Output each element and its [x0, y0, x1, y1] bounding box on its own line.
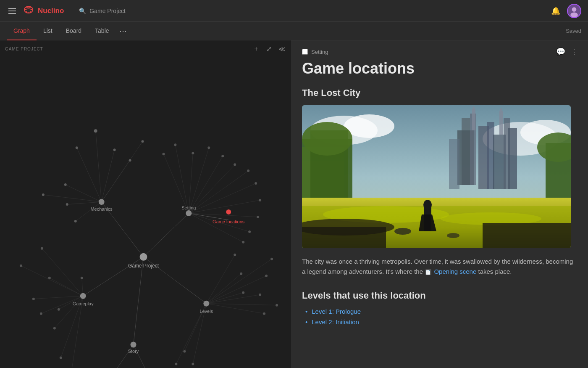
svg-line-35 [206, 276, 266, 304]
svg-point-92 [263, 312, 265, 315]
svg-point-57 [42, 193, 45, 196]
node-label-game-project: Game Project [128, 263, 159, 269]
svg-line-5 [144, 213, 189, 257]
node-game-locations[interactable] [226, 209, 231, 214]
doc-comment-button[interactable]: 💬 [556, 47, 565, 56]
svg-rect-112 [499, 111, 503, 135]
svg-point-68 [53, 327, 56, 330]
svg-point-64 [41, 247, 43, 250]
svg-line-32 [206, 274, 241, 304]
svg-line-45 [189, 148, 209, 213]
graph-collapse-button[interactable]: ≪ [278, 44, 286, 54]
svg-line-46 [189, 156, 223, 213]
svg-point-59 [129, 159, 131, 161]
svg-point-131 [447, 233, 459, 238]
tab-board[interactable]: Board [59, 22, 88, 40]
doc-header-actions: 💬 ⋮ [556, 47, 578, 56]
svg-line-48 [189, 171, 248, 213]
svg-line-23 [50, 278, 83, 296]
node-label-levels: Levels [200, 309, 213, 314]
svg-point-125 [423, 200, 432, 210]
level-2-link[interactable]: Level 2: Initiation [312, 318, 359, 326]
node-gameplay[interactable] [80, 293, 86, 299]
graph-add-button[interactable]: ＋ [252, 44, 260, 54]
breadcrumb-checkbox[interactable] [302, 49, 308, 55]
svg-line-34 [206, 295, 260, 304]
svg-line-37 [206, 304, 277, 305]
svg-point-91 [276, 304, 278, 307]
svg-point-77 [221, 155, 224, 157]
node-setting[interactable] [186, 210, 192, 216]
doc-title: Game locations [302, 60, 578, 77]
search-text: Game Project [89, 8, 126, 14]
node-story[interactable] [131, 342, 136, 348]
breadcrumb-text: Setting [311, 49, 328, 55]
svg-line-53 [189, 213, 243, 242]
logo-icon [23, 5, 34, 17]
svg-line-36 [206, 259, 272, 304]
svg-point-3 [570, 12, 578, 17]
graph-svg[interactable]: Game Project Mechanics Setting Gameplay … [0, 40, 291, 368]
node-game-project[interactable] [140, 253, 147, 261]
node-label-gameplay: Gameplay [73, 301, 94, 306]
doc-header: Setting 💬 ⋮ [292, 40, 588, 60]
inline-doc-icon: 📄 [425, 269, 431, 275]
tab-table[interactable]: Table [88, 22, 116, 40]
svg-line-16 [102, 150, 115, 202]
svg-line-10 [134, 345, 155, 368]
hamburger-menu[interactable] [7, 6, 18, 16]
svg-line-14 [66, 185, 102, 202]
node-mechanics[interactable] [99, 199, 105, 205]
svg-point-94 [175, 363, 177, 365]
tabbar: Graph List Board Table ⋯ Saved [0, 22, 588, 40]
logo[interactable]: Nuclino [23, 5, 64, 17]
svg-point-75 [192, 152, 194, 154]
doc-body: Game locations The Lost City [292, 60, 588, 349]
svg-point-2 [572, 7, 577, 12]
svg-point-73 [162, 153, 165, 155]
svg-point-70 [81, 277, 83, 279]
svg-point-85 [234, 254, 236, 256]
opening-scene-link[interactable]: Opening scene [434, 268, 476, 275]
svg-rect-129 [483, 223, 571, 248]
svg-line-21 [21, 266, 83, 296]
notification-icon[interactable]: 🔔 [551, 6, 560, 16]
main-content: GAME PROJECT ＋ ⤢ ≪ [0, 40, 588, 368]
svg-point-58 [113, 148, 116, 151]
svg-line-9 [104, 345, 134, 368]
doc-body-text: The city was once a thriving metropolis.… [302, 257, 578, 277]
avatar[interactable] [567, 4, 581, 18]
svg-point-84 [242, 241, 244, 244]
svg-point-76 [207, 146, 210, 149]
doc-breadcrumb: Setting [302, 49, 328, 55]
svg-line-22 [42, 249, 83, 296]
svg-line-24 [34, 296, 83, 299]
level-1-link[interactable]: Level 1: Prologue [312, 308, 361, 315]
svg-point-74 [174, 143, 176, 146]
tab-graph[interactable]: Graph [7, 22, 37, 40]
levels-list: Level 1: Prologue Level 2: Initiation [302, 308, 578, 326]
topbar-right: 🔔 [551, 4, 581, 18]
search-bar[interactable]: 🔍 Game Project [79, 8, 126, 14]
svg-point-79 [247, 169, 249, 172]
svg-line-38 [206, 304, 264, 314]
doc-section2-title: Levels that use this location [302, 290, 578, 301]
graph-expand-button[interactable]: ⤢ [265, 44, 273, 54]
graph-panel-title: GAME PROJECT [5, 47, 43, 51]
tab-more-button[interactable]: ⋯ [116, 25, 130, 37]
svg-point-62 [66, 203, 68, 206]
search-icon: 🔍 [79, 8, 86, 14]
svg-point-71 [60, 356, 62, 359]
node-levels[interactable] [203, 301, 209, 307]
doc-more-button[interactable]: ⋮ [570, 47, 578, 56]
node-label-setting: Setting [181, 205, 196, 210]
svg-point-95 [192, 363, 194, 365]
svg-point-61 [74, 220, 77, 222]
tab-list[interactable]: List [37, 22, 59, 40]
saved-label: Saved [566, 28, 581, 34]
svg-point-117 [302, 122, 352, 156]
svg-point-54 [94, 129, 97, 132]
graph-panel: GAME PROJECT ＋ ⤢ ≪ [0, 40, 292, 368]
svg-point-55 [76, 146, 78, 149]
list-item: Level 2: Initiation [305, 318, 578, 326]
